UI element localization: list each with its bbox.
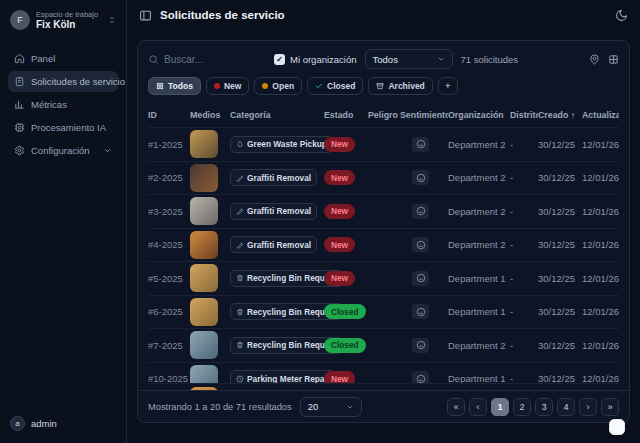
table-row[interactable]: #4-2025 Graffiti Removal New Department …	[148, 228, 619, 262]
filter-tab-closed[interactable]: Closed	[307, 77, 363, 95]
add-filter-button[interactable]: +	[438, 77, 458, 95]
category-badge: Green Waste Pickup	[230, 136, 333, 153]
organization-cell: Department 1	[448, 306, 510, 317]
archive-icon	[376, 82, 384, 90]
floating-widget-button[interactable]	[609, 419, 625, 435]
first-page-button[interactable]: «	[447, 398, 465, 416]
my-organization-label: Mi organización	[290, 54, 357, 65]
status-filter-tabs: Todos New Open Closed Archived	[138, 75, 629, 103]
page-button-3[interactable]: 3	[535, 398, 553, 416]
search-icon	[148, 54, 159, 65]
column-header-distrito[interactable]: Distrito	[510, 110, 538, 120]
red-dot-icon	[214, 83, 220, 89]
organization-cell: Department 1	[448, 273, 510, 284]
page-button-1[interactable]: 1	[491, 398, 509, 416]
table-row[interactable]: #1-2025 Green Waste Pickup New Departmen…	[148, 127, 619, 161]
sidebar: F Espacio de trabajo Fix Köln Panel Soli…	[0, 0, 127, 443]
filter-tab-open[interactable]: Open	[254, 77, 302, 95]
column-header-id[interactable]: ID	[148, 110, 190, 120]
filter-tab-archived[interactable]: Archived	[368, 77, 432, 95]
sentiment-neutral-icon	[412, 371, 429, 383]
created-date-cell: 30/12/25	[538, 273, 582, 284]
media-thumbnail[interactable]	[190, 365, 218, 383]
updated-date-cell: 12/01/26	[582, 139, 619, 150]
column-header-estado[interactable]: Estado	[324, 110, 368, 120]
organization-cell: Department 2	[448, 139, 510, 150]
filter-tab-todos[interactable]: Todos	[148, 77, 201, 95]
search-box[interactable]	[148, 54, 266, 65]
column-header-creado[interactable]: Creado ↑	[538, 110, 582, 120]
filter-tab-new[interactable]: New	[206, 77, 249, 95]
district-cell: -	[510, 273, 538, 284]
table-row[interactable]: #6-2025 Recycling Bin Request Closed Dep…	[148, 295, 619, 329]
bar-chart-icon	[14, 99, 25, 110]
updated-date-cell: 12/01/26	[582, 306, 619, 317]
table-row[interactable]: #3-2025 Graffiti Removal New Department …	[148, 194, 619, 228]
chevron-down-icon	[346, 403, 354, 411]
requests-card: ✓ Mi organización Todos 71 solicitudes	[137, 40, 630, 423]
table-row[interactable]: #5-2025 Recycling Bin Request New Depart…	[148, 261, 619, 295]
sidebar-item-procesamiento-ia[interactable]: Procesamiento IA	[8, 117, 118, 138]
media-thumbnail[interactable]	[190, 164, 218, 192]
district-cell: -	[510, 373, 538, 383]
previous-page-button[interactable]: ‹	[469, 398, 487, 416]
sidebar-item-solicitudes[interactable]: Solicitudes de servicio	[8, 71, 118, 92]
organization-cell: Department 2	[448, 172, 510, 183]
table-row[interactable]: #7-2025 Recycling Bin Request Closed Dep…	[148, 328, 619, 362]
sidebar-item-configuracion[interactable]: Configuración	[8, 140, 118, 161]
sidebar-item-panel[interactable]: Panel	[8, 48, 118, 69]
media-thumbnail[interactable]	[190, 331, 218, 359]
status-badge: New	[324, 137, 355, 152]
last-page-button[interactable]: »	[601, 398, 619, 416]
sidebar-item-label: Panel	[31, 53, 55, 64]
media-thumbnail[interactable]	[190, 298, 218, 326]
main-content: Solicitudes de servicio ✓ Mi organizació…	[127, 0, 640, 443]
updated-date-cell: 12/01/26	[582, 340, 619, 351]
category-badge: Parking Meter Repair	[230, 370, 336, 383]
media-thumbnail[interactable]	[190, 130, 218, 158]
media-thumbnail[interactable]	[190, 264, 218, 292]
my-organization-checkbox[interactable]: ✓ Mi organización	[274, 54, 357, 65]
search-input[interactable]	[164, 54, 254, 65]
media-thumbnail[interactable]	[190, 197, 218, 225]
map-view-button[interactable]	[589, 54, 600, 65]
results-count: 71 solicitudes	[461, 54, 519, 65]
partially-visible-row	[148, 383, 619, 390]
request-id: #6-2025	[148, 306, 190, 317]
next-page-button[interactable]: ›	[579, 398, 597, 416]
column-header-sentimiento[interactable]: Sentimiento	[400, 110, 448, 120]
created-date-cell: 30/12/25	[538, 373, 582, 383]
sidebar-toggle-button[interactable]	[139, 9, 152, 22]
category-badge: Graffiti Removal	[230, 236, 317, 253]
column-header-medios[interactable]: Medios	[190, 110, 230, 120]
panel-left-icon	[139, 9, 152, 22]
page-size-select[interactable]: 20	[300, 397, 362, 417]
user-menu[interactable]: a admin	[8, 412, 118, 435]
workspace-switcher[interactable]: F Espacio de trabajo Fix Köln	[8, 8, 118, 40]
table-header-row: ID Medios Categoría Estado Peligro Senti…	[148, 103, 619, 127]
theme-toggle-button[interactable]	[615, 9, 628, 22]
request-id: #2-2025	[148, 172, 190, 183]
request-id: #10-2025	[148, 373, 190, 383]
page-button-4[interactable]: 4	[557, 398, 575, 416]
sidebar-item-label: Solicitudes de servicio	[31, 76, 125, 87]
sidebar-item-metricas[interactable]: Métricas	[8, 94, 118, 115]
column-header-peligro[interactable]: Peligro	[368, 110, 400, 120]
created-date-cell: 30/12/25	[538, 306, 582, 317]
clipboard-icon	[14, 76, 25, 87]
column-header-organizacion[interactable]: Organización	[448, 110, 510, 120]
workspace-avatar: F	[10, 10, 30, 30]
column-header-categoria[interactable]: Categoría	[230, 110, 324, 120]
page-button-2[interactable]: 2	[513, 398, 531, 416]
table-row[interactable]: #2-2025 Graffiti Removal New Department …	[148, 161, 619, 195]
media-thumbnail[interactable]	[190, 231, 218, 259]
table-row[interactable]: #10-2025 Parking Meter Repair New Depart…	[148, 362, 619, 384]
organization-filter-select[interactable]: Todos	[365, 49, 453, 69]
status-badge: New	[324, 170, 355, 185]
yellow-dot-icon	[262, 83, 268, 89]
district-cell: -	[510, 139, 538, 150]
column-header-actualizado[interactable]: Actualizado	[582, 110, 619, 120]
sidebar-nav: Panel Solicitudes de servicio Métricas P…	[8, 48, 118, 161]
home-icon	[14, 53, 25, 64]
column-settings-button[interactable]	[608, 54, 619, 65]
